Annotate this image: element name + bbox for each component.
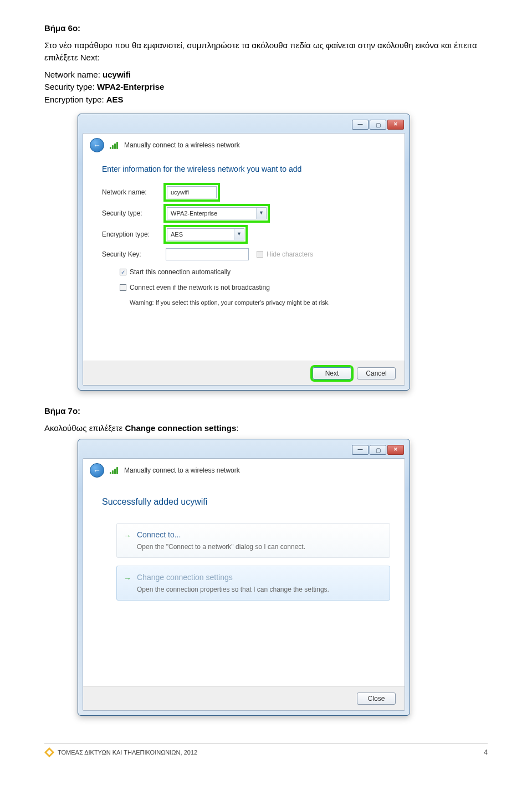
cancel-button[interactable]: Cancel (357, 367, 396, 380)
step6-title: Βήμα 6ο: (44, 22, 488, 35)
card-connect-to[interactable]: → Connect to... Open the "Connect to a n… (116, 523, 390, 558)
security-type-line: Security type: WPA2-Enterprise (44, 81, 488, 94)
row-security-key: Security Key: Hide characters (102, 248, 386, 260)
start-auto-label: Start this connection automatically (130, 267, 231, 277)
minimize-button[interactable] (352, 120, 369, 130)
broadcast-checkbox[interactable] (120, 284, 126, 291)
network-name-input[interactable] (167, 186, 217, 198)
next-button[interactable]: Next (313, 367, 351, 380)
card2-title: Change connection settings (137, 572, 383, 583)
breadcrumb: Manually connect to a wireless network (124, 140, 240, 150)
checkbox-list: ✓ Start this connection automatically Co… (120, 267, 386, 307)
start-auto-checkbox[interactable]: ✓ (120, 269, 126, 275)
success-dialog: ← Manually connect to a wireless network… (78, 439, 410, 716)
success-title: Successfully added ucywifi (83, 482, 405, 519)
back-button[interactable]: ← (90, 138, 104, 152)
encryption-type-combo[interactable]: AES ▼ (167, 228, 244, 240)
hide-characters-label: Hide characters (267, 249, 313, 259)
highlight-encryption-type: AES ▼ (166, 227, 245, 242)
card1-title: Connect to... (137, 529, 383, 541)
network-name-line: Network name: ucywifi (44, 69, 488, 81)
row-encryption-type: Encryption type: AES ▼ (102, 227, 386, 242)
dialog-prompt: Enter information for the wireless netwo… (102, 163, 386, 175)
security-type-combo[interactable]: WPA2-Enterprise ▼ (167, 207, 267, 219)
arrow-icon: → (124, 573, 131, 584)
chevron-down-icon: ▼ (256, 208, 266, 219)
window-header: ← Manually connect to a wireless network (83, 134, 405, 157)
connect-wireless-dialog: ← Manually connect to a wireless network… (78, 114, 410, 391)
cb-row-auto: ✓ Start this connection automatically (120, 267, 386, 277)
close-button[interactable] (387, 445, 404, 455)
broadcast-label: Connect even if the network is not broad… (130, 283, 270, 293)
hide-characters-cb-row: Hide characters (257, 249, 313, 259)
hide-characters-checkbox (257, 251, 263, 258)
window-inner: ← Manually connect to a wireless network… (83, 133, 405, 386)
page-number: 4 (484, 747, 488, 757)
security-type-value: WPA2-Enterprise (97, 82, 164, 91)
back-arrow-icon: ← (93, 465, 101, 476)
step7-title: Βήμα 7ο: (44, 405, 488, 418)
window-titlebar (83, 444, 405, 456)
breadcrumb: Manually connect to a wireless network (124, 465, 240, 475)
close-button[interactable] (387, 120, 404, 130)
encryption-type-value: AES (106, 95, 124, 104)
highlight-security-type: WPA2-Enterprise ▼ (166, 206, 268, 220)
row-network-name: Network name: (102, 185, 386, 199)
window-footer: Next Cancel (83, 361, 405, 385)
close-dialog-button[interactable]: Close (357, 693, 396, 705)
security-type-label: Security type: (44, 82, 97, 91)
step6-settings-list: Network name: ucywifi Security type: WPA… (44, 69, 488, 106)
footer-text: ΤΟΜΕΑΣ ΔΙΚΤΥΩΝ ΚΑΙ ΤΗΛΕΠΙΚΟΙΝΩΝΙΩΝ, 2012 (58, 748, 197, 757)
label-network-name: Network name: (102, 187, 166, 197)
row-security-type: Security type: WPA2-Enterprise ▼ (102, 206, 386, 220)
window-titlebar (83, 119, 405, 131)
window-inner: ← Manually connect to a wireless network… (83, 458, 405, 711)
card2-sub: Open the connection properties so that I… (137, 584, 383, 594)
encryption-type-line: Encryption type: AES (44, 94, 488, 106)
network-name-label: Network name: (44, 70, 103, 79)
broadcast-warning: Warning: If you select this option, your… (130, 298, 386, 307)
arrow-icon: → (124, 530, 131, 542)
window-content: Enter information for the wireless netwo… (83, 157, 405, 314)
encryption-type-combo-value: AES (171, 230, 183, 239)
highlight-network-name (166, 185, 218, 199)
security-key-input[interactable] (166, 248, 249, 260)
chevron-down-icon: ▼ (234, 229, 244, 240)
back-button[interactable]: ← (90, 463, 104, 478)
step6-intro: Στο νέο παράθυρο που θα εμφανιστεί, συμπ… (44, 39, 488, 64)
maximize-button[interactable] (370, 445, 386, 455)
step7-intro-bold: Change connection settings (125, 423, 236, 433)
window-footer: Close (83, 686, 405, 710)
label-encryption-type: Encryption type: (102, 229, 166, 239)
footer-logo-icon (44, 747, 54, 757)
step7-intro: Ακολούθως επιλέξετε Change connection se… (44, 422, 488, 435)
maximize-button[interactable] (370, 120, 386, 130)
cb-row-broadcast: Connect even if the network is not broad… (120, 283, 386, 293)
wifi-signal-icon (110, 466, 120, 474)
label-security-key: Security Key: (102, 249, 166, 259)
network-name-value: ucywifi (103, 70, 131, 79)
minimize-button[interactable] (352, 445, 369, 455)
encryption-type-label: Encryption type: (44, 95, 106, 104)
label-security-type: Security type: (102, 208, 166, 218)
back-arrow-icon: ← (93, 140, 101, 151)
window-header: ← Manually connect to a wireless network (83, 459, 405, 482)
page-footer: ΤΟΜΕΑΣ ΔΙΚΤΥΩΝ ΚΑΙ ΤΗΛΕΠΙΚΟΙΝΩΝΙΩΝ, 2012… (44, 743, 488, 757)
wifi-signal-icon (110, 141, 120, 149)
card1-sub: Open the "Connect to a network" dialog s… (137, 542, 383, 552)
security-type-combo-value: WPA2-Enterprise (171, 209, 217, 218)
step7-intro-prefix: Ακολούθως επιλέξετε (44, 423, 125, 433)
footer-left: ΤΟΜΕΑΣ ΔΙΚΤΥΩΝ ΚΑΙ ΤΗΛΕΠΙΚΟΙΝΩΝΙΩΝ, 2012 (44, 747, 197, 757)
card-change-settings[interactable]: → Change connection settings Open the co… (116, 566, 390, 601)
